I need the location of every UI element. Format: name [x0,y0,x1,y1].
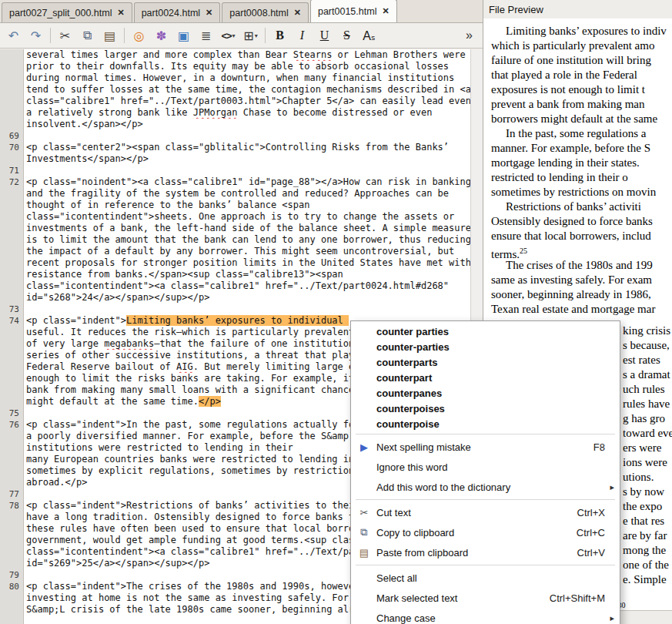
menu-item-copy-to-clipboard[interactable]: ⧉Copy to clipboardCtrl+C [351,522,620,542]
code-line-text[interactable]: is to limit the amount that the bank can… [23,234,470,246]
tab-close-icon[interactable]: ✕ [206,8,212,18]
code-line-text[interactable]: abroad.</p> [23,477,87,488]
copy-button[interactable]: ⧉ [77,25,98,45]
insert-image-button[interactable]: ▣ [173,25,194,45]
code-line[interactable]: recent proposals for stronger position l… [0,257,470,269]
code-line[interactable]: during normal times. However, in a downt… [0,72,470,84]
strikethrough-button[interactable]: S [336,25,357,45]
code-line-text[interactable]: useful. It reduces the risk—which is par… [23,327,354,338]
code-view-button[interactable]: <>▾ [218,25,239,45]
toolbar-overflow-button[interactable]: » [459,25,480,45]
menu-item-add-word-to-dictionary[interactable]: Add this word to the dictionary▸ [351,477,620,497]
redo-button[interactable]: ↷ [25,25,46,45]
code-line-text[interactable]: <p class="indent">In the past, some regu… [23,419,354,431]
code-line[interactable]: 72<p class="noindent"><a class="calibre1… [0,176,470,188]
code-line[interactable]: tend to suffer losses at the same time, … [0,84,470,96]
code-line-text[interactable]: tend to suffer losses at the same time, … [23,84,470,96]
menu-item-cut-text[interactable]: ✂Cut textCtrl+X [351,502,620,522]
code-line-text[interactable]: id="s268">24</a></span></sup></p> [23,292,209,304]
code-line[interactable]: resistance from banks.</span><sup class=… [0,269,470,280]
code-line-text[interactable]: might default at the same time.</p> [23,396,221,408]
code-line[interactable]: 69 [0,130,470,142]
code-line[interactable]: 73 [0,304,470,315]
cut-button[interactable]: ✂ [55,25,75,45]
code-line-text[interactable] [23,304,26,315]
code-line-text[interactable]: a poorly diversified manner. For example… [23,431,349,442]
tab-close-icon[interactable]: ✕ [294,8,301,18]
italic-button[interactable]: I [292,25,313,45]
code-line-text[interactable]: <p class="noindent"><a class="calibre1" … [23,176,470,188]
code-line[interactable]: Investments</span></p> [0,153,470,165]
code-line-text[interactable]: investing at home is not the same as inv… [23,592,354,604]
menu-item-select-all[interactable]: Select all [351,568,620,588]
code-line-text[interactable]: have a long tradition. Ostensibly design… [23,512,354,523]
code-line-text[interactable]: <p class="indent">The crises of the 1980… [23,581,354,592]
code-line-text[interactable]: <p class="indent">Restrictions of banks’… [23,500,354,512]
code-line-text[interactable]: resistance from banks.</span><sup class=… [23,269,343,280]
code-line-text[interactable]: id="s269">25</a></span></sup></p> [23,558,209,569]
code-line-text[interactable]: prior to their downfalls. Its equity may… [23,61,449,72]
code-line-text[interactable]: bank from making many small loans with a… [23,384,354,396]
code-line-text[interactable] [23,165,26,176]
code-line[interactable]: id="s268">24</a></span></sup></p> [0,292,470,304]
tab-part0008.html[interactable]: part0008.html✕ [222,2,309,22]
menu-item-mark-selected-text[interactable]: Mark selected textCtrl+Shift+M [351,588,620,608]
code-line-text[interactable]: thought of in reference to the banks’ ba… [23,200,309,211]
code-line-text[interactable]: many European countries banks were restr… [23,454,354,465]
code-line-text[interactable]: the impact of a default by any borrower.… [23,246,454,257]
code-line-text[interactable]: during normal times. However, in a downt… [23,72,454,84]
tab-close-icon[interactable]: ✕ [382,6,389,16]
code-line-text[interactable]: <p class="indent">Limiting banks’ exposu… [23,315,349,327]
code-line[interactable]: class="icontentindent">sheets. One appro… [0,211,470,223]
heading-button[interactable]: ⊞▾ [240,25,261,45]
code-line-text[interactable]: of very large megabanks—that the failure… [23,338,354,350]
code-line[interactable]: is to limit the amount that the bank can… [0,234,470,246]
code-line-text[interactable]: enough to limit the risks banks are taki… [23,373,354,384]
code-line[interactable]: several times larger and more complex th… [0,49,470,61]
code-line-text[interactable]: recent proposals for stronger position l… [23,257,470,269]
code-line-text[interactable] [23,408,26,419]
code-line[interactable]: investments of a bank, the left-hand sid… [0,223,470,234]
code-line-text[interactable]: a relatively strong bank like JPMorgan C… [23,107,432,119]
code-line-text[interactable]: investments of a bank, the left-hand sid… [23,223,470,234]
menu-item-suggestion-counter-dash-parties[interactable]: counter-parties [351,339,620,354]
tab-part0024.html[interactable]: part0024.html✕ [134,2,221,22]
code-line-text[interactable]: insolvent.</span></p> [23,119,143,130]
menu-item-suggestion-counterpanes[interactable]: counterpanes [351,385,620,401]
code-line[interactable]: 70<p class="center2"><span class="gblita… [0,142,470,153]
paste-button[interactable]: ▤ [99,25,120,45]
code-line-text[interactable]: several times larger and more complex th… [23,49,466,61]
code-line-text[interactable]: institutions were restricted to lending … [23,442,293,454]
tab-part0027_split_000.html[interactable]: part0027_split_000.html✕ [2,2,132,22]
code-line-text[interactable] [23,130,26,142]
code-line[interactable]: prior to their downfalls. Its equity may… [0,61,470,72]
code-line[interactable]: thought of in reference to the banks’ ba… [0,200,470,211]
tab-part0015.html[interactable]: part0015.html✕ [310,0,397,22]
code-line-text[interactable]: sometimes by explicit regulations, somet… [23,465,354,477]
code-line-text[interactable] [23,488,26,500]
donut-icon-button[interactable]: ◎ [129,25,149,45]
code-line[interactable]: a relatively strong bank like JPMorgan C… [0,107,470,119]
menu-item-change-case[interactable]: Change case▸ [351,608,620,624]
code-line[interactable]: the impact of a default by any borrower.… [0,246,470,257]
menu-item-suggestion-counterparts[interactable]: counterparts [351,354,620,370]
menu-item-next-spelling-mistake[interactable]: ▶Next spelling mistakeF8 [351,437,620,457]
code-line-text[interactable]: class="calibre1" href="../Text/part0003.… [23,96,470,107]
code-line[interactable]: class="icontentindent"><a class="calibre… [0,280,470,292]
underline-button[interactable]: U [314,25,335,45]
undo-button[interactable]: ↶ [3,25,24,45]
menu-item-suggestion-counterpoises[interactable]: counterpoises [351,401,620,416]
menu-item-suggestion-counterpoise[interactable]: counterpoise [351,416,620,431]
code-line[interactable]: and the fragility of the system be contr… [0,188,470,200]
code-line-text[interactable]: class="icontentindent"><a class="calibre… [23,280,449,292]
code-line[interactable]: insolvent.</span></p> [0,119,470,130]
code-line-text[interactable]: <p class="center2"><span class="gblitali… [23,142,449,153]
code-line-text[interactable]: Investments</span></p> [23,153,149,165]
code-line-text[interactable]: class="icontentindent">sheets. One appro… [23,211,454,223]
code-line-text[interactable]: class="icontentindent"><a class="calibre… [23,546,354,558]
code-line-text[interactable]: these rules have often been used to ensu… [23,523,354,535]
code-line[interactable]: 71 [0,165,470,176]
insert-special-button[interactable]: ≣ [196,25,216,45]
menu-item-suggestion-counter-parties[interactable]: counter parties [351,324,620,339]
menu-item-paste-from-clipboard[interactable]: ▤Paste from clipboardCtrl+V [351,542,620,562]
